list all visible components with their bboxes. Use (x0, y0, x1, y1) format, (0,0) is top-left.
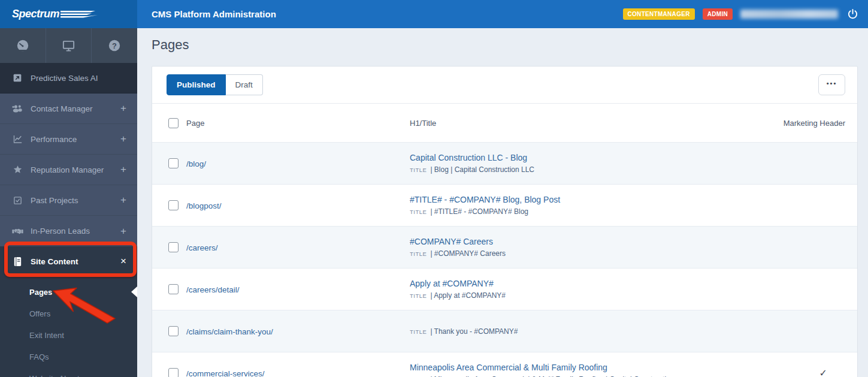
page-path-link[interactable]: /commercial-services/ (186, 369, 265, 377)
table-row: /claims/claim-thank-you/ TITLE| Thank yo… (152, 310, 857, 352)
page-h1-link[interactable]: Minneapolis Area Commercial & Multi Fami… (410, 363, 689, 372)
title-label: TITLE (410, 328, 427, 335)
sidebar: ? Predictive Sales AI Contact Manager + (0, 28, 137, 377)
page-path-link[interactable]: /careers/ (186, 243, 218, 252)
sidebar-item-label: Reputation Manager (31, 165, 104, 174)
sidebar-item-label: Contact Manager (31, 104, 93, 113)
row-checkbox[interactable] (168, 368, 179, 377)
page-path-link[interactable]: /careers/detail/ (186, 285, 240, 294)
row-checkbox[interactable] (168, 158, 179, 168)
topbar-right: CONTENTMANAGER ADMIN (623, 7, 868, 21)
page-h1-link[interactable]: #TITLE# - #COMPANY# Blog, Blog Post (410, 195, 689, 204)
active-item-caret (131, 286, 137, 297)
handshake-icon (11, 227, 24, 236)
check-square-icon (11, 196, 24, 205)
site-content-submenu: Pages Offers Exit Intent FAQs Website Ab… (0, 276, 137, 377)
page-title-meta: TITLE| #COMPANY# Careers (410, 249, 689, 258)
page-title-meta: TITLE| Apply at #COMPANY# (410, 291, 689, 300)
status-tab-group: Published Draft (167, 74, 263, 95)
select-all-checkbox[interactable] (168, 118, 179, 128)
page-path-link[interactable]: /blog/ (186, 159, 206, 168)
dashboard-gauge-button[interactable] (0, 28, 46, 63)
close-icon[interactable]: × (120, 255, 126, 267)
site-content-section: Site Content × Pages Offers Exit Intent … (0, 246, 137, 377)
marketing-header-check-icon: ✓ (819, 368, 845, 377)
sidebar-item-reputation-manager[interactable]: Reputation Manager + (0, 155, 137, 185)
table-row: /commercial-services/ Minneapolis Area C… (152, 352, 857, 377)
row-checkbox[interactable] (168, 326, 179, 336)
row-checkbox[interactable] (168, 200, 179, 210)
sidebar-item-label: Site Content (31, 257, 78, 266)
submenu-item-website-about[interactable]: Website About (0, 367, 137, 377)
top-bar: Spectrum CMS Platform Administration CON… (0, 0, 868, 28)
page-h1-link[interactable]: Apply at #COMPANY# (410, 279, 689, 288)
more-actions-button[interactable]: ••• (818, 74, 845, 95)
marketing-header-cell: ✓ (689, 367, 857, 377)
book-icon (11, 257, 24, 267)
power-icon (847, 8, 858, 20)
page-h1-link[interactable]: Capital Construction LLC - Blog (410, 153, 689, 162)
brand-logo-swoosh-icon (61, 10, 98, 20)
tab-published[interactable]: Published (167, 74, 226, 95)
sidebar-item-in-person-leads[interactable]: In-Person Leads + (0, 216, 137, 246)
sidebar-item-past-projects[interactable]: Past Projects + (0, 185, 137, 216)
title-value: | Thank you - #COMPANY# (430, 327, 518, 336)
sidebar-icon-strip: ? (0, 28, 137, 63)
page-h1-link[interactable]: #COMPANY# Careers (410, 237, 689, 246)
column-header-h1-title: H1/Title (410, 119, 689, 128)
monitor-icon (62, 39, 75, 53)
app-title: CMS Platform Administration (152, 9, 276, 19)
external-link-square-icon (11, 73, 24, 83)
sidebar-item-label: Predictive Sales AI (31, 74, 98, 83)
card-toolbar: Published Draft ••• (152, 67, 857, 104)
table-row: /blog/ Capital Construction LLC - Blog T… (152, 142, 857, 184)
help-icon: ? (108, 39, 121, 52)
table-header-row: Page H1/Title Marketing Header (152, 104, 857, 142)
monitor-button[interactable] (46, 28, 92, 63)
sidebar-item-site-content[interactable]: Site Content × (0, 246, 137, 276)
sidebar-item-predictive-sales-ai[interactable]: Predictive Sales AI (0, 63, 137, 94)
page-title-meta: TITLE| #TITLE# - #COMPANY# Blog (410, 207, 689, 216)
submenu-item-faqs[interactable]: FAQs (0, 346, 137, 367)
title-label: TITLE (410, 292, 427, 299)
chart-line-icon (11, 134, 24, 144)
page-title: Pages (152, 37, 858, 66)
title-value: | #COMPANY# Careers (430, 249, 506, 258)
page-path-link[interactable]: /blogpost/ (186, 201, 222, 210)
svg-text:?: ? (112, 41, 117, 50)
expand-plus-icon[interactable]: + (120, 133, 126, 145)
title-value: | Blog | Capital Construction LLC (430, 165, 534, 174)
pages-card: Published Draft ••• Page H1/Title Market… (152, 66, 858, 377)
page-path-link[interactable]: /claims/claim-thank-you/ (186, 327, 273, 336)
title-label: TITLE (410, 251, 427, 257)
submenu-item-pages[interactable]: Pages (0, 281, 137, 303)
brand-logo-text: Spectrum (12, 8, 59, 20)
page-title-meta: TITLE| Thank you - #COMPANY# (410, 327, 689, 336)
role-badge-admin: ADMIN (703, 8, 733, 20)
redacted-user-name (740, 10, 838, 19)
expand-plus-icon[interactable]: + (120, 225, 126, 237)
role-badge-contentmanager: CONTENTMANAGER (623, 8, 695, 20)
tab-draft[interactable]: Draft (226, 74, 263, 95)
expand-plus-icon[interactable]: + (120, 164, 126, 176)
submenu-item-exit-intent[interactable]: Exit Intent (0, 324, 137, 346)
column-header-marketing-header: Marketing Header (689, 119, 857, 128)
row-checkbox[interactable] (168, 242, 179, 252)
sidebar-item-performance[interactable]: Performance + (0, 124, 137, 155)
gauge-icon (16, 39, 29, 52)
help-button[interactable]: ? (92, 28, 137, 63)
row-checkbox[interactable] (168, 284, 179, 294)
expand-plus-icon[interactable]: + (120, 194, 126, 206)
sidebar-item-label: Performance (31, 135, 77, 144)
title-label: TITLE (410, 209, 427, 215)
title-label: TITLE (410, 167, 427, 173)
logout-button[interactable] (846, 7, 860, 21)
page-title-meta: TITLE| Blog | Capital Construction LLC (410, 165, 689, 174)
sidebar-item-contact-manager[interactable]: Contact Manager + (0, 94, 137, 124)
expand-plus-icon[interactable]: + (120, 102, 126, 114)
users-icon (11, 104, 24, 113)
table-row: /careers/ #COMPANY# Careers TITLE| #COMP… (152, 226, 857, 268)
submenu-item-offers[interactable]: Offers (0, 303, 137, 324)
table-body: /blog/ Capital Construction LLC - Blog T… (152, 142, 857, 377)
brand-logo: Spectrum (0, 0, 137, 28)
